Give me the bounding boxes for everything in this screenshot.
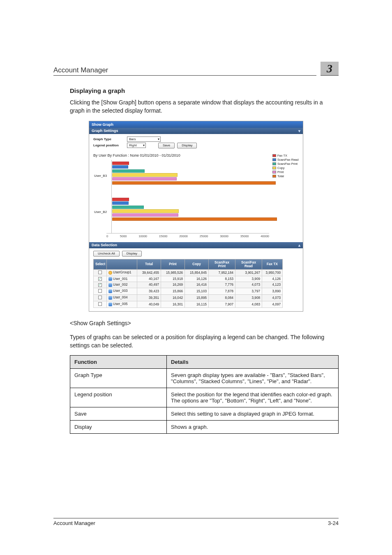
chevron-down-icon: ▾ xyxy=(143,143,145,147)
cell-value: 16,115 xyxy=(185,301,209,308)
row-name: User_002 xyxy=(113,283,128,287)
graph-settings-panel-head[interactable]: Graph Settings ▾ xyxy=(89,128,303,134)
bar xyxy=(112,173,178,176)
y-category-label: User_B3 xyxy=(94,174,111,178)
row-checkbox[interactable] xyxy=(98,302,102,306)
legend-item: Scan/Fax Print xyxy=(272,162,299,166)
x-tick-label: 20000 xyxy=(179,234,188,238)
x-tick-label: 0 xyxy=(106,234,108,238)
show-graph-window: Show Graph Graph Settings ▾ Graph Type B… xyxy=(89,121,303,312)
graph-settings-table: Function Details Graph TypeSeven graph d… xyxy=(70,355,339,434)
legend-item: Scan/Fax Read xyxy=(272,158,299,162)
data-selection-panel-head[interactable]: Data Selection ▴ xyxy=(89,242,303,248)
uncheck-all-button[interactable]: Uncheck All xyxy=(93,251,120,257)
data-selection-heading: Data Selection xyxy=(92,243,117,247)
legend-swatch-icon xyxy=(272,162,276,165)
chevron-down-icon: ▾ xyxy=(158,137,159,141)
table-row: User_00439,35116,04215,8958,0843,9084,07… xyxy=(94,294,283,301)
column-header[interactable]: Fax TX xyxy=(262,259,283,269)
cell-value: 4,123 xyxy=(262,282,283,288)
settings-intro: Types of graphs can be selected or a pos… xyxy=(70,333,339,350)
row-checkbox[interactable] xyxy=(98,289,102,293)
running-head-title: Account Manager xyxy=(53,66,316,76)
row-checkbox[interactable] xyxy=(98,296,102,299)
cell-value: 8,153 xyxy=(209,276,235,282)
table-row: SaveSelect this setting to save a displa… xyxy=(70,407,339,421)
column-header[interactable] xyxy=(107,259,137,269)
table-row: UserGroup139,642,45515,985,52615,854,845… xyxy=(94,269,283,276)
bar xyxy=(112,177,177,180)
column-header[interactable]: Print xyxy=(161,259,185,269)
cell-value: 16,416 xyxy=(185,282,209,288)
table-row: ✓User_00140,16715,91816,1268,1533,9094,1… xyxy=(94,276,283,282)
cell-value: 7,952,184 xyxy=(209,269,235,276)
row-checkbox[interactable] xyxy=(98,271,102,274)
x-tick-label: 30000 xyxy=(220,234,228,238)
column-header[interactable]: Select xyxy=(94,259,107,269)
legend-swatch-icon xyxy=(272,154,276,157)
cell-value: 39,642,455 xyxy=(137,269,161,276)
legend-item: Print xyxy=(272,170,299,174)
cell-value: 4,083 xyxy=(235,301,262,308)
legend-label: Scan/Fax Print xyxy=(277,162,297,166)
bar xyxy=(112,181,276,185)
cell-details: Shows a graph. xyxy=(167,421,339,434)
display-button[interactable]: Display xyxy=(122,251,142,257)
user-icon xyxy=(108,289,112,293)
graph-settings-heading: Graph Settings xyxy=(92,129,118,133)
cell-value: 4,097 xyxy=(262,301,283,308)
cell-function: Legend position xyxy=(70,388,167,407)
cell-value: 40,497 xyxy=(137,282,161,288)
cell-value: 15,895 xyxy=(185,294,209,301)
running-head: Account Manager 3 xyxy=(53,62,339,76)
bar xyxy=(112,201,129,205)
legend-label: Total xyxy=(277,174,284,178)
user-icon xyxy=(108,303,112,306)
column-header[interactable]: Total xyxy=(137,259,161,269)
collapse-icon: ▴ xyxy=(298,243,300,247)
cell-value: 4,126 xyxy=(262,276,283,282)
cell-function: Graph Type xyxy=(70,369,167,388)
table-row: User_00540,04916,30116,1157,9074,0834,09… xyxy=(94,301,283,308)
cell-value: 39,423 xyxy=(137,288,161,294)
cell-value: 7,907 xyxy=(209,301,235,308)
display-button[interactable]: Display xyxy=(177,143,197,148)
save-button[interactable]: Save xyxy=(158,143,175,148)
y-category-label: User_B2 xyxy=(94,210,111,214)
cell-details: Select this setting to save a displayed … xyxy=(167,407,339,421)
user-icon xyxy=(108,296,112,300)
cell-value: 39,351 xyxy=(137,294,161,301)
group-icon xyxy=(108,271,112,275)
row-checkbox[interactable]: ✓ xyxy=(98,283,102,287)
graph-type-label: Graph Type xyxy=(93,137,125,141)
column-header[interactable]: Scan/Fax Read xyxy=(235,259,262,269)
footer-left: Account Manager xyxy=(53,520,95,526)
row-name: User_005 xyxy=(113,302,128,306)
cell-value: 3,950,700 xyxy=(262,269,283,276)
cell-value: 40,167 xyxy=(137,276,161,282)
cell-value: 16,301 xyxy=(161,301,185,308)
graph-type-select[interactable]: Bars▾ xyxy=(127,136,161,142)
legend-swatch-icon xyxy=(272,175,276,178)
settings-subheading: <Show Graph Settings> xyxy=(70,319,339,327)
cell-value: 3,797 xyxy=(235,288,262,294)
cell-value: 15,985,526 xyxy=(161,269,185,276)
row-name: User_001 xyxy=(113,277,128,281)
legend-item: Fax TX xyxy=(272,154,299,157)
user-icon xyxy=(108,277,112,281)
cell-value: 3,909 xyxy=(235,276,262,282)
table-row: DisplayShows a graph. xyxy=(70,421,339,434)
column-header[interactable]: Scan/Fax Print xyxy=(209,259,235,269)
cell-value: 7,878 xyxy=(209,288,235,294)
cell-function: Display xyxy=(70,421,167,434)
legend-item: Copy xyxy=(272,166,299,170)
chapter-badge: 3 xyxy=(321,62,339,76)
row-checkbox[interactable]: ✓ xyxy=(98,277,102,281)
footer-right: 3-24 xyxy=(328,520,339,526)
cell-value: 15,918 xyxy=(161,276,185,282)
cell-value: 4,073 xyxy=(262,294,283,301)
column-header[interactable]: Copy xyxy=(185,259,209,269)
bar xyxy=(112,213,178,217)
legend-label: Copy xyxy=(277,166,285,170)
legend-position-select[interactable]: Right▾ xyxy=(127,143,146,148)
